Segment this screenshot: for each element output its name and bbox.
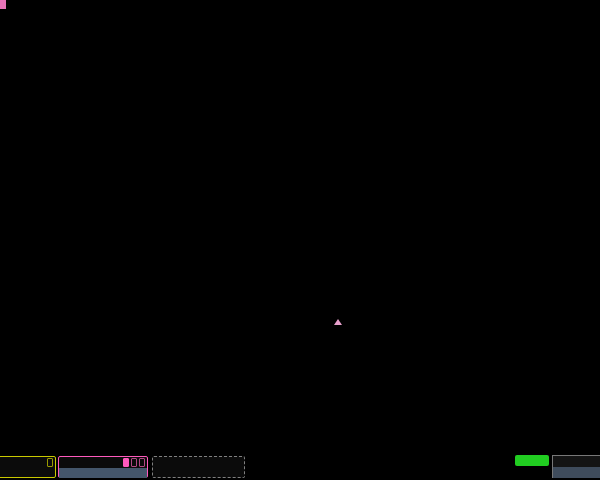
trace-label-c2[interactable] bbox=[0, 0, 6, 9]
timebase-value bbox=[553, 467, 600, 478]
c2-coupling-tag bbox=[139, 458, 145, 467]
timebase-label bbox=[553, 456, 600, 467]
oscilloscope-screen bbox=[0, 0, 600, 480]
c1-descriptor-box[interactable] bbox=[0, 456, 56, 478]
c1-offset-value bbox=[0, 468, 55, 478]
c2-descriptor-box[interactable] bbox=[58, 456, 148, 478]
waveform-graticule[interactable] bbox=[0, 0, 600, 334]
c2-volts-per-div bbox=[59, 468, 147, 478]
time-axis bbox=[0, 318, 600, 334]
timebase-descriptor-box[interactable] bbox=[552, 455, 600, 478]
histogram-strip bbox=[0, 424, 600, 458]
c1-coupling-tag bbox=[47, 458, 53, 467]
c2-channel-badge bbox=[123, 458, 129, 467]
c2-esp-tag bbox=[131, 458, 137, 467]
hd-mode-badge[interactable] bbox=[515, 455, 549, 466]
add-trace-button[interactable] bbox=[152, 456, 245, 478]
trigger-time-marker[interactable] bbox=[334, 319, 342, 325]
